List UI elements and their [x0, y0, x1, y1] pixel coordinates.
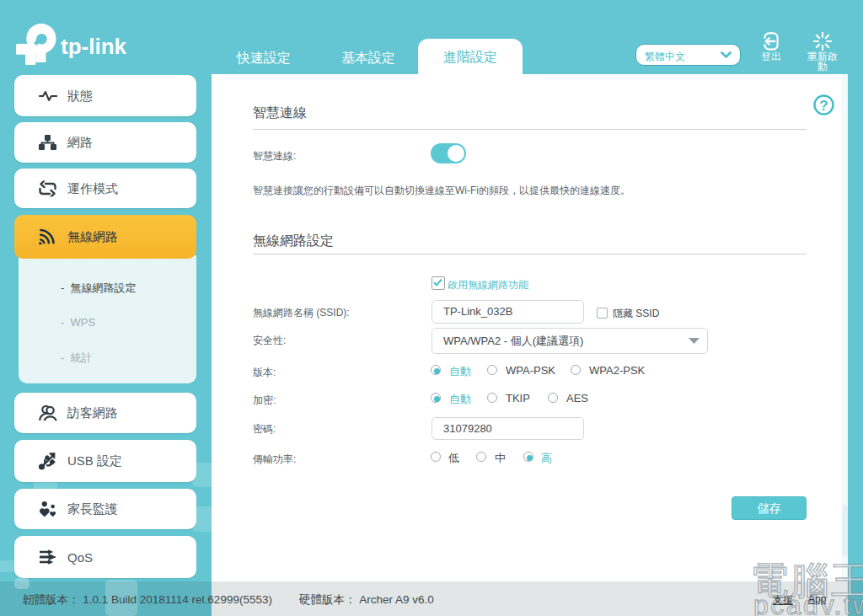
svg-text:tp-link: tp-link	[61, 34, 127, 59]
svg-text:?: ?	[819, 98, 828, 114]
